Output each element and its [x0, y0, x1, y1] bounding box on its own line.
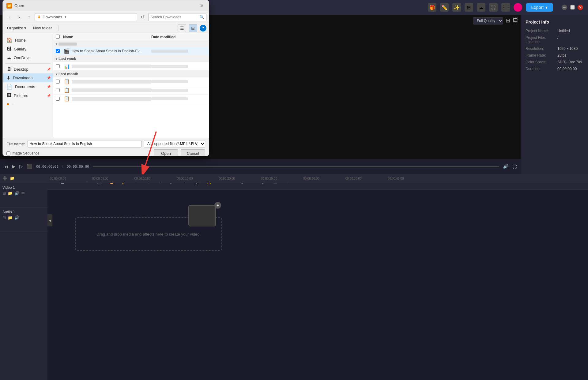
sidebar-item-documents[interactable]: 📄 Documents 📌 [3, 82, 53, 91]
lm-checkbox-2[interactable] [56, 88, 60, 92]
today-file-check [56, 49, 63, 53]
view-details-button[interactable]: ⊞ [189, 24, 197, 32]
new-folder-button[interactable]: New folder [31, 25, 55, 31]
sidebar-item-desktop[interactable]: 🖥 Desktop 📌 [3, 65, 53, 73]
lm-file-icon-2: 📋 [63, 87, 70, 93]
dialog-toolbar: Organize ▾ New folder ☰ ⊞ ? [3, 23, 209, 33]
lm-file-check-1 [56, 80, 63, 84]
today-file-checkbox[interactable] [56, 49, 60, 53]
today-group-header: ▾ [53, 41, 209, 47]
image-sequence-row: Image Sequence [6, 151, 151, 155]
lm-file-icon-3: 📋 [63, 96, 70, 102]
today-file-name: How to Speak About Smells in English-Ev.… [72, 49, 151, 53]
today-file-icon: 🎬 [63, 48, 70, 54]
sidebar-item-pictures[interactable]: 🖼 Pictures 📌 [3, 91, 53, 100]
up-button[interactable]: ↑ [25, 13, 33, 21]
lm-file-date-3 [151, 97, 206, 101]
dialog-titlebar: 📁 Open ✕ [3, 0, 209, 11]
organize-chevron-icon: ▾ [24, 26, 26, 30]
sidebar-pictures-label: Pictures [14, 93, 28, 98]
location-icon: ⬇ [37, 15, 41, 19]
lastweek-label: Last week [58, 57, 76, 61]
dialog-app-icon: 📁 [6, 3, 12, 9]
lastweek-group-header: ▾ Last week [53, 55, 209, 62]
filename-input[interactable] [28, 140, 141, 147]
sidebar-onedrive-label: OneDrive [14, 55, 31, 60]
lastmonth-group-header: ▾ Last month [53, 71, 209, 77]
header-check [56, 35, 63, 39]
lastweek-file-row-1[interactable]: 📊 [53, 62, 209, 71]
sidebar-gallery-label: Gallery [14, 47, 26, 51]
lastmonth-chevron-icon[interactable]: ▾ [56, 73, 57, 76]
sidebar-item-gallery[interactable]: 🖼 Gallery [3, 45, 53, 53]
location-bar: ⬇ Downloads ▾ [35, 13, 137, 21]
back-button[interactable]: ‹ [5, 13, 14, 21]
today-chevron-icon: ▾ [56, 42, 57, 46]
lm-checkbox-3[interactable] [56, 97, 60, 101]
view-toggle-button[interactable]: ☰ [178, 24, 186, 32]
image-sequence-checkbox[interactable] [6, 151, 10, 155]
organize-button[interactable]: Organize ▾ [5, 25, 28, 31]
date-column-header[interactable]: Date modified [151, 35, 206, 39]
onedrive-icon: ☁ [6, 55, 11, 61]
lastmonth-file-row-2[interactable]: 📋 [53, 86, 209, 95]
image-sequence-label: Image Sequence [12, 151, 40, 155]
sidebar-item-downloads[interactable]: ⬇ Downloads 📌 [3, 73, 53, 82]
lm-checkbox-1[interactable] [56, 80, 60, 84]
filename-label: File name: [6, 142, 25, 146]
lastmonth-file-row-1[interactable]: 📋 [53, 77, 209, 86]
lastweek-chevron-icon[interactable]: ▾ [56, 57, 57, 61]
sidebar-item-more[interactable]: ● ··· [3, 100, 53, 108]
sidebar-documents-label: Documents [15, 84, 35, 89]
downloads-icon: ⬇ [6, 75, 10, 81]
search-input[interactable] [150, 15, 198, 19]
sidebar-home-label: Home [15, 38, 26, 43]
location-chevron-icon: ▾ [65, 15, 66, 19]
downloads-pin-icon: 📌 [47, 76, 51, 80]
dialog-close-button[interactable]: ✕ [198, 2, 205, 9]
lw-checkbox-1[interactable] [56, 64, 60, 68]
name-column-header[interactable]: Name [63, 35, 151, 39]
home-icon: 🏠 [6, 37, 13, 43]
today-file-row[interactable]: 🎬 How to Speak About Smells in English-E… [53, 47, 209, 55]
pin-icon: 📌 [47, 68, 51, 71]
dialog-overlay: 📁 Open ✕ ‹ › ↑ ⬇ Downloads ▾ ↺ 🔍 Orga [0, 0, 588, 380]
lastmonth-file-row-3[interactable]: 📋 [53, 95, 209, 103]
sidebar-item-home[interactable]: 🏠 Home [3, 36, 53, 45]
toolbar-separator [58, 25, 58, 31]
lw-file-icon-1: 📊 [63, 63, 70, 69]
search-icon: 🔍 [199, 15, 204, 19]
gallery-icon: 🖼 [6, 46, 11, 52]
filelist-header: Name Date modified [53, 33, 209, 41]
forward-button[interactable]: › [15, 13, 24, 21]
filename-row: File name: All supported files(*.MP4;*.F… [6, 140, 205, 147]
dialog-title-text: Open [14, 3, 24, 8]
sidebar-item-onedrive[interactable]: ☁ OneDrive [3, 53, 53, 62]
open-dialog: 📁 Open ✕ ‹ › ↑ ⬇ Downloads ▾ ↺ 🔍 Orga [2, 0, 209, 156]
lw-file-name-1 [72, 65, 151, 68]
refresh-button[interactable]: ↺ [138, 13, 147, 21]
dialog-filelist[interactable]: Name Date modified ▾ 🎬 How to Speak Abou… [53, 33, 209, 138]
sidebar-more-label: ··· [12, 102, 15, 106]
today-file-date [151, 49, 206, 53]
lm-file-date-1 [151, 80, 206, 84]
sidebar-separator [5, 63, 51, 64]
help-button[interactable]: ? [200, 25, 206, 32]
open-button[interactable]: Open [154, 149, 178, 156]
lw-file-date-1 [151, 64, 206, 69]
organize-label: Organize [7, 26, 23, 30]
action-row: Image Sequence Open Cancel [6, 149, 205, 156]
filetype-select[interactable]: All supported files(*.MP4;*.FLV;* All fi… [144, 140, 205, 147]
documents-pin-icon: 📌 [47, 85, 51, 88]
dialog-title: 📁 Open [6, 3, 24, 9]
documents-icon: 📄 [6, 84, 13, 90]
cancel-button[interactable]: Cancel [181, 149, 205, 156]
select-all-checkbox[interactable] [56, 35, 60, 39]
today-label-blurred [58, 43, 77, 46]
dialog-bottombar: File name: All supported files(*.MP4;*.F… [3, 138, 209, 156]
lm-file-icon-1: 📋 [63, 79, 70, 84]
lm-file-date-2 [151, 88, 206, 92]
lm-file-check-3 [56, 97, 63, 101]
lm-file-check-2 [56, 88, 63, 92]
lm-file-name-1 [72, 80, 151, 84]
